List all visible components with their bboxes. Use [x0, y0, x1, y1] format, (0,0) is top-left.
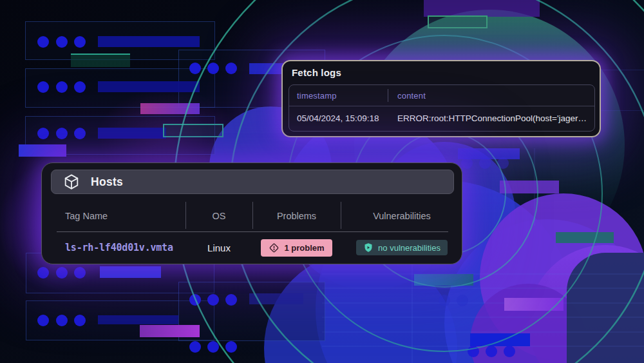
host-tag-name-link[interactable]: ls-rh-lf40d01v.vmta	[42, 242, 185, 253]
column-divider	[341, 202, 341, 229]
hosts-title: Hosts	[91, 175, 123, 189]
header-rule	[57, 231, 448, 232]
fetch-logs-title: Fetch logs	[292, 67, 341, 78]
column-divider	[185, 202, 186, 229]
vulnerabilities-badge[interactable]: no vulnerabilities	[356, 240, 448, 255]
fetch-logs-table-header: timestamp content	[289, 85, 594, 106]
column-header-content: content	[397, 91, 426, 101]
cube-icon	[63, 173, 80, 190]
fetch-logs-table: timestamp content 05/04/2024, 15:09:18 E…	[289, 84, 595, 132]
column-header-os: OS	[185, 211, 252, 221]
column-header-tag-name: Tag Name	[42, 211, 185, 221]
column-divider	[252, 202, 253, 229]
column-divider	[388, 89, 388, 102]
fetch-logs-panel: Fetch logs timestamp content 05/04/2024,…	[281, 60, 601, 137]
log-table-row[interactable]: 05/04/2024, 15:09:18 ERROR:root:HTTPConn…	[289, 106, 594, 132]
problems-badge-label: 1 problem	[284, 243, 324, 253]
host-table-row[interactable]: ls-rh-lf40d01v.vmta Linux 1 problem	[42, 234, 463, 261]
log-timestamp-cell: 05/04/2024, 15:09:18	[297, 113, 379, 123]
shield-icon	[363, 242, 374, 253]
diamond-alert-icon	[269, 242, 279, 253]
column-header-vulnerabilities: Vulnerabilities	[341, 211, 463, 221]
vulnerabilities-badge-label: no vulnerabilities	[378, 243, 440, 253]
column-header-timestamp: timestamp	[297, 91, 337, 101]
hosts-panel: Hosts Tag Name OS Problems Vulnerabiliti…	[41, 162, 462, 264]
column-header-problems: Problems	[252, 211, 341, 221]
problems-badge[interactable]: 1 problem	[261, 239, 332, 257]
hosts-panel-header: Hosts	[51, 170, 454, 194]
host-os-cell: Linux	[185, 242, 252, 253]
hero-scene: Fetch logs timestamp content 05/04/2024,…	[0, 0, 644, 363]
log-content-cell: ERROR:root:HTTPConnectionPool(host='jage…	[397, 113, 587, 123]
